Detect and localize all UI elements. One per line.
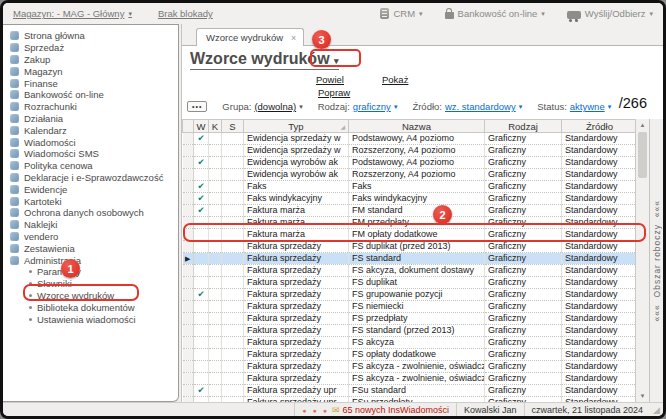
col-typ[interactable]: Typ ◢: [244, 120, 349, 133]
table-row[interactable]: ✔ Ewidencja wyrobów ak Podstawowy, A4 po…: [183, 157, 636, 169]
table-row[interactable]: Faktura sprzedaży FS standard (przed 201…: [183, 325, 636, 337]
cell-widoczny[interactable]: [194, 373, 209, 385]
table-row[interactable]: ✔ Faktura marża FM standard Graficzny St…: [183, 205, 636, 217]
zrodlo-filter[interactable]: wz. standardowy: [445, 101, 516, 112]
col-w[interactable]: W: [194, 120, 209, 133]
sidebar-item-zestawienia[interactable]: Zestawienia: [3, 242, 178, 254]
cell-k[interactable]: [209, 181, 222, 193]
table-row[interactable]: Faktura sprzedaży FS niemiecki Graficzny…: [183, 301, 636, 313]
cell-widoczny[interactable]: [194, 229, 209, 241]
cell-s[interactable]: [222, 157, 244, 169]
table-row[interactable]: Ewidencja wyrobów ak Rozszerzony, A4 poz…: [183, 169, 636, 181]
page-title[interactable]: Wzorce wydruków ▾: [190, 50, 339, 70]
rodzaj-filter[interactable]: graficzny: [353, 101, 391, 112]
cell-s[interactable]: [222, 397, 244, 403]
cell-widoczny[interactable]: [194, 277, 209, 289]
sidebar-item-działania[interactable]: Działania: [3, 113, 178, 125]
sidebar-item-deklaracje-i-e-sprawozdawczość[interactable]: Deklaracje i e-Sprawozdawczość: [3, 172, 178, 184]
cell-widoczny[interactable]: [194, 241, 209, 253]
sidebar-item-zakup[interactable]: Zakup: [3, 54, 178, 66]
table-row[interactable]: Faktura marża FM opłaty dodatkowe Grafic…: [183, 229, 636, 241]
cell-k[interactable]: [209, 253, 222, 265]
close-icon[interactable]: ×: [291, 33, 296, 43]
table-row[interactable]: Faktura sprzedaży FS akcyza - zwolnienie…: [183, 373, 636, 385]
sidebar-item-naklejki[interactable]: Naklejki: [3, 219, 178, 231]
resize-grip-icon[interactable]: ◢: [650, 405, 663, 415]
sidebar-item-biblioteka-dokumentów[interactable]: Biblioteka dokumentów: [3, 301, 178, 313]
cell-s[interactable]: [222, 169, 244, 181]
cell-k[interactable]: [209, 145, 222, 157]
sidebar-item-ochrona-danych-osobowych[interactable]: Ochrona danych osobowych: [3, 207, 178, 219]
cell-k[interactable]: [209, 325, 222, 337]
cell-widoczny[interactable]: [194, 217, 209, 229]
sidebar-item-vendero[interactable]: vendero: [3, 231, 178, 243]
col-zrodlo[interactable]: Źródło: [562, 120, 636, 133]
sidebar-item-magazyn[interactable]: Magazyn: [3, 65, 178, 77]
grupa-filter[interactable]: (dowolna): [254, 101, 296, 112]
magazyn-selector[interactable]: Magazyn: - MAG - Główny ▾: [13, 8, 132, 19]
cell-widoczny[interactable]: ✔: [194, 385, 209, 397]
col-rodzaj[interactable]: Rodzaj: [485, 120, 562, 133]
cell-k[interactable]: [209, 217, 222, 229]
cell-widoczny[interactable]: [194, 397, 209, 403]
scroll-down-icon[interactable]: ▼: [636, 390, 649, 402]
table-row[interactable]: Faktura sprzedaży FS akcyza Graficzny St…: [183, 337, 636, 349]
table-row[interactable]: Ewidencja sprzedaży w Rozszerzony, A4 po…: [183, 145, 636, 157]
cell-s[interactable]: [222, 313, 244, 325]
cell-widoczny[interactable]: ✔: [194, 157, 209, 169]
cell-widoczny[interactable]: ✔: [194, 205, 209, 217]
cell-widoczny[interactable]: [194, 313, 209, 325]
crm-menu[interactable]: CRM ▾: [380, 8, 422, 19]
table-row[interactable]: ✔ Faktura sprzedaży FS grupowanie pozycj…: [183, 289, 636, 301]
sidebar-item-finanse[interactable]: Finanse: [3, 77, 178, 89]
cell-s[interactable]: [222, 229, 244, 241]
status-filter[interactable]: aktywne: [570, 101, 605, 112]
more-filters-button[interactable]: •••: [187, 101, 207, 112]
bankowosc-menu[interactable]: Bankowość on-line ▾: [445, 8, 545, 19]
cell-k[interactable]: [209, 277, 222, 289]
cell-widoczny[interactable]: [194, 169, 209, 181]
cell-s[interactable]: [222, 289, 244, 301]
cell-widoczny[interactable]: ✔: [194, 181, 209, 193]
sidebar-item-ustawienia-wiadomości[interactable]: Ustawienia wiadomości: [3, 313, 178, 325]
cell-k[interactable]: [209, 241, 222, 253]
cell-widoczny[interactable]: [194, 361, 209, 373]
table-row[interactable]: Faktura sprzedaży FS akcyza - zwolnienie…: [183, 361, 636, 373]
cell-s[interactable]: [222, 337, 244, 349]
cell-s[interactable]: [222, 193, 244, 205]
cell-k[interactable]: [209, 265, 222, 277]
cell-widoczny[interactable]: ✔: [194, 193, 209, 205]
cell-s[interactable]: [222, 181, 244, 193]
cell-s[interactable]: [222, 253, 244, 265]
tab-wzorce-wydrukow[interactable]: Wzorce wydruków ×: [196, 28, 304, 46]
cell-k[interactable]: [209, 313, 222, 325]
cell-s[interactable]: [222, 145, 244, 157]
sidebar-item-polityka-cenowa[interactable]: Polityka cenowa: [3, 160, 178, 172]
cell-s[interactable]: [222, 385, 244, 397]
cell-s[interactable]: [222, 373, 244, 385]
cell-k[interactable]: [209, 169, 222, 181]
sidebar-item-kartoteki[interactable]: Kartoteki: [3, 195, 178, 207]
cell-s[interactable]: [222, 133, 244, 145]
pokaz-link[interactable]: Pokaż: [382, 74, 408, 85]
cell-k[interactable]: [209, 229, 222, 241]
sidebar-item-słowniki[interactable]: Słowniki: [3, 278, 178, 290]
cell-widoczny[interactable]: [194, 253, 209, 265]
sidebar-item-wiadomości-sms[interactable]: Wiadomości SMS: [3, 148, 178, 160]
brak-blokady-link[interactable]: Brak blokady: [158, 8, 213, 19]
cell-widoczny[interactable]: [194, 325, 209, 337]
cell-k[interactable]: [209, 205, 222, 217]
cell-s[interactable]: [222, 361, 244, 373]
cell-widoczny[interactable]: [194, 145, 209, 157]
sidebar-item-kalendarz[interactable]: Kalendarz: [3, 124, 178, 136]
inswiadomosci-status[interactable]: ● ● ● ✉ 65 nowych InsWiadomości: [294, 403, 456, 417]
col-s[interactable]: S: [222, 120, 244, 133]
cell-widoczny[interactable]: ✔: [194, 133, 209, 145]
sidebar-item-rozrachunki[interactable]: Rozrachunki: [3, 101, 178, 113]
table-row[interactable]: Faktura marża FM przedpłaty Graficzny St…: [183, 217, 636, 229]
sidebar-item-strona-główna[interactable]: Strona główna: [3, 30, 178, 42]
obszar-roboczy-tab[interactable]: ««« Obszar roboczy «««: [649, 119, 663, 402]
cell-widoczny[interactable]: [194, 301, 209, 313]
sidebar-item-administracja[interactable]: Administracja: [3, 254, 178, 266]
sidebar-item-ewidencje[interactable]: Ewidencje: [3, 183, 178, 195]
